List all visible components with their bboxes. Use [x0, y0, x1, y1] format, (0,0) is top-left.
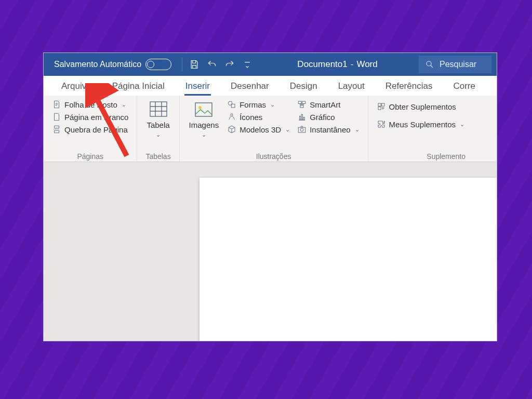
svg-rect-2 — [195, 103, 212, 116]
word-window: Salvamento Automático Documento1 - Word … — [44, 53, 497, 341]
search-placeholder: Pesquisar — [440, 60, 476, 69]
search-icon — [425, 60, 434, 69]
chevron-down-icon: ⌄ — [285, 126, 290, 133]
images-button[interactable]: Imagens ⌄ — [187, 99, 221, 138]
redo-icon — [224, 59, 235, 70]
store-icon — [377, 102, 386, 111]
label: Obter Suplementos — [389, 102, 456, 111]
svg-rect-10 — [300, 116, 301, 121]
svg-rect-7 — [298, 101, 301, 104]
get-addins-button[interactable]: Obter Suplementos — [376, 101, 466, 112]
chevron-down-icon: ⌄ — [156, 131, 161, 138]
document-canvas — [44, 162, 497, 341]
undo-button[interactable] — [203, 56, 221, 73]
svg-point-3 — [198, 106, 202, 109]
title-bar: Salvamento Automático Documento1 - Word … — [44, 53, 497, 76]
save-button[interactable] — [185, 56, 203, 73]
tab-referencias[interactable]: Referências — [375, 78, 443, 96]
window-title: Documento1 - Word — [256, 59, 419, 70]
blank-page-icon — [52, 112, 61, 122]
document-name: Documento1 — [297, 59, 347, 70]
label: Modelos 3D — [240, 125, 281, 134]
shapes-icon — [227, 100, 236, 109]
tab-layout[interactable]: Layout — [328, 78, 375, 96]
models3d-button[interactable]: Modelos 3D ⌄ — [226, 124, 291, 135]
svg-rect-8 — [302, 101, 305, 104]
tab-label: Corre — [453, 81, 475, 91]
tab-desenhar[interactable]: Desenhar — [220, 78, 280, 96]
tab-label: Inserir — [185, 81, 210, 91]
smartart-button[interactable]: SmartArt — [296, 99, 360, 110]
autosave-toggle-knob — [147, 61, 154, 68]
addin-icon — [377, 119, 386, 129]
group-label: Suplemento — [376, 151, 466, 161]
label: Tabela — [147, 121, 169, 129]
redo-button[interactable] — [221, 56, 238, 73]
divider — [182, 58, 182, 71]
svg-point-6 — [231, 114, 233, 116]
search-box[interactable]: Pesquisar — [419, 56, 491, 73]
tab-label: Referências — [385, 81, 433, 91]
label: Meus Suplementos — [389, 120, 456, 129]
tab-design[interactable]: Design — [280, 78, 328, 96]
label: Instantâneo — [310, 125, 350, 134]
svg-rect-1 — [150, 102, 167, 116]
svg-rect-17 — [378, 107, 381, 110]
page-break-icon — [52, 125, 61, 134]
tab-label: Design — [290, 81, 317, 91]
chart-icon — [297, 112, 307, 122]
smartart-icon — [297, 100, 307, 109]
qat-customize-button[interactable] — [238, 56, 256, 73]
group-tabelas: Tabela ⌄ Tabelas — [137, 96, 179, 162]
title-separator: - — [351, 59, 354, 70]
icons-icon — [227, 112, 236, 122]
svg-rect-15 — [378, 103, 381, 106]
label: SmartArt — [310, 100, 340, 109]
table-icon — [148, 100, 169, 118]
tab-label: Desenhar — [231, 81, 269, 91]
customize-icon — [242, 59, 252, 70]
svg-line-18 — [95, 95, 127, 156]
svg-rect-9 — [300, 105, 303, 108]
group-label: Ilustrações — [187, 151, 361, 161]
label: Imagens — [189, 121, 219, 129]
cube-icon — [227, 125, 236, 134]
group-ilustracoes: Imagens ⌄ Formas ⌄ Ícones Mod — [180, 96, 368, 162]
chevron-down-icon: ⌄ — [270, 101, 275, 108]
svg-rect-12 — [303, 117, 304, 120]
icons-button[interactable]: Ícones — [226, 111, 291, 123]
autosave-label: Salvamento Automático — [54, 60, 141, 69]
shapes-button[interactable]: Formas ⌄ — [226, 99, 291, 110]
svg-point-14 — [300, 128, 303, 131]
table-button[interactable]: Tabela ⌄ — [144, 99, 171, 138]
images-icon — [193, 100, 214, 118]
group-suplementos: Obter Suplementos Meus Suplementos ⌄ Sup… — [368, 96, 473, 162]
autosave-toggle[interactable] — [145, 59, 171, 70]
camera-icon — [297, 125, 307, 134]
undo-icon — [207, 59, 217, 70]
svg-point-0 — [427, 61, 431, 66]
chevron-down-icon: ⌄ — [460, 121, 464, 128]
tab-label: Layout — [338, 81, 365, 91]
svg-rect-16 — [381, 103, 384, 106]
svg-rect-11 — [301, 115, 302, 121]
tab-correspondencias[interactable]: Corre — [443, 78, 486, 96]
label: Ícones — [240, 113, 262, 122]
chart-button[interactable]: Gráfico — [296, 111, 360, 123]
tab-inserir[interactable]: Inserir — [175, 78, 220, 96]
screenshot-button[interactable]: Instantâneo ⌄ — [296, 124, 360, 135]
annotation-arrow — [85, 83, 142, 161]
label: Formas — [240, 100, 266, 109]
page-icon — [52, 100, 61, 109]
group-label: Tabelas — [144, 151, 171, 161]
my-addins-button[interactable]: Meus Suplementos ⌄ — [376, 118, 466, 130]
chevron-down-icon: ⌄ — [355, 126, 360, 133]
save-icon — [189, 59, 200, 70]
document-page[interactable] — [200, 178, 497, 341]
app-name: Word — [356, 59, 377, 70]
label: Gráfico — [310, 113, 335, 122]
chevron-down-icon: ⌄ — [202, 131, 206, 138]
